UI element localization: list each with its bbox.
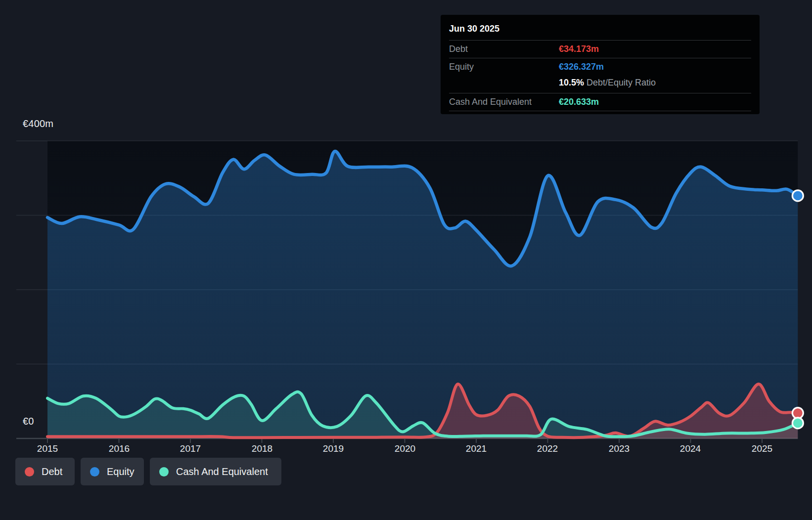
- tooltip-debt-label: Debt: [449, 44, 559, 54]
- legend-item-cash[interactable]: Cash And Equivalent: [150, 458, 281, 485]
- tooltip-date: Jun 30 2025: [449, 21, 751, 41]
- tooltip-equity-value: €326.327m: [559, 62, 604, 72]
- tooltip-cash-label: Cash And Equivalent: [449, 97, 559, 107]
- x-axis-label-2022: 2022: [525, 443, 570, 454]
- equity-end-marker: [792, 190, 803, 201]
- y-axis-label-400m: €400m: [23, 118, 53, 130]
- tooltip-row-cash: Cash And Equivalent €20.633m: [449, 93, 751, 111]
- tooltip-equity-label: Equity: [449, 62, 559, 72]
- x-axis-label-2015: 2015: [25, 443, 70, 454]
- x-axis-label-2025: 2025: [740, 443, 784, 454]
- debt-end-marker: [792, 408, 803, 419]
- cash-end-marker: [792, 418, 803, 429]
- equity-series-dot-icon: [90, 467, 99, 477]
- tooltip-row-equity: Equity €326.327m: [449, 58, 751, 76]
- equity-area: [47, 151, 798, 438]
- cash-series-dot-icon: [159, 467, 169, 477]
- x-axis-label-2016: 2016: [97, 443, 141, 454]
- tooltip-debt-value: €34.173m: [559, 44, 599, 54]
- y-axis-label-0: €0: [23, 416, 34, 427]
- chart-page: €400m €0 2015 2016 2017 2018 2019 2020 2…: [0, 0, 812, 520]
- x-axis-label-2017: 2017: [168, 443, 213, 454]
- x-axis-label-2018: 2018: [240, 443, 284, 454]
- chart-tooltip: Jun 30 2025 Debt €34.173m Equity €326.32…: [441, 15, 760, 114]
- legend-equity-label: Equity: [107, 466, 144, 477]
- legend-cash-label: Cash And Equivalent: [176, 466, 278, 477]
- tooltip-row-debt: Debt €34.173m: [449, 41, 751, 58]
- tooltip-ratio-row: 10.5% Debt/Equity Ratio: [449, 76, 751, 93]
- x-axis-label-2020: 2020: [383, 443, 427, 454]
- legend-debt-label: Debt: [42, 466, 72, 477]
- x-axis-label-2024: 2024: [668, 443, 713, 454]
- x-axis-label-2023: 2023: [597, 443, 641, 454]
- tooltip-cash-value: €20.633m: [559, 97, 599, 107]
- debt-series-dot-icon: [25, 467, 34, 477]
- debt-equity-ratio-label: Debt/Equity Ratio: [586, 78, 656, 87]
- x-axis-label-2021: 2021: [454, 443, 498, 454]
- debt-equity-ratio-value: 10.5%: [559, 78, 584, 87]
- chart-legend: Debt Equity Cash And Equivalent: [0, 458, 812, 485]
- x-axis-label-2019: 2019: [311, 443, 356, 454]
- legend-item-debt[interactable]: Debt: [15, 458, 75, 485]
- legend-item-equity[interactable]: Equity: [81, 458, 144, 485]
